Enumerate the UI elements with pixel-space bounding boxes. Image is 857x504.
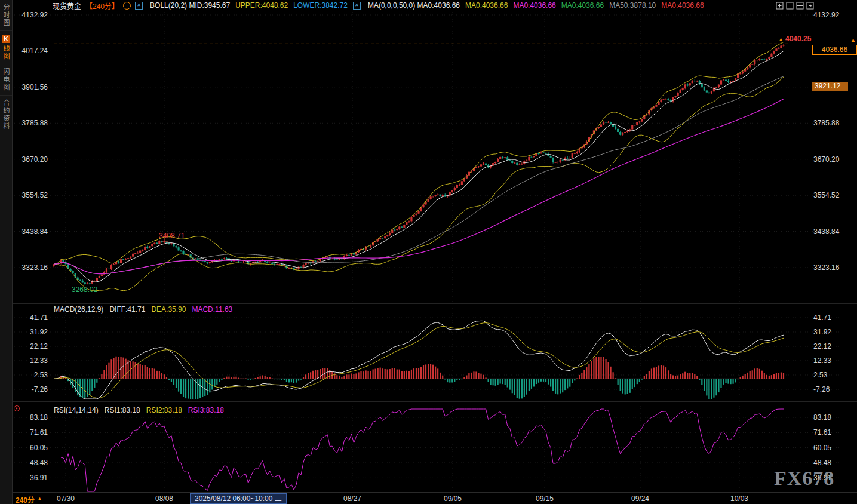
sidebar-item-label: 合约资料 [1,99,11,130]
swing-high-label: 3408.71 [159,232,185,240]
rsi2-value: RSI2:83.18 [146,406,182,414]
chart-canvas[interactable] [0,0,857,504]
layout-toolbar [776,2,814,10]
split-vertical-icon[interactable] [786,2,794,10]
indicator-legend-bar: 现货黄金 【240分】 ✕BOLL(20,2) MID:3945.67UPPER… [53,1,704,10]
legend-item: UPPER:4048.62 [235,1,288,10]
legend-item: MA0:4036.66 [661,1,704,10]
last-price-tag: 4036.66 [812,45,857,55]
rsi-header: RSI(14,14,14) RSI1:83.18 RSI2:83.18 RSI3… [54,406,224,414]
legend-item: MA0:4036.66 [465,1,508,10]
macd-title: MACD(26,12,9) [54,305,103,314]
ma-price-tag: 3921.12 [812,82,848,91]
sidebar-item-lightning-chart[interactable]: 闪电图 [0,64,12,96]
indicator-window-icon[interactable]: ✕ [135,2,143,10]
new-chart-icon[interactable] [776,2,784,10]
macd-hist-value: MACD:11.63 [192,305,232,314]
sidebar-item-label: 分时图 [1,4,11,27]
period-up-arrow-icon: ▲ [37,496,42,502]
rsi-indicator-icon[interactable] [13,404,21,413]
trading-app-window: 分时图 K 线图 闪电图 合约资料 现货黄金 【240分】 ✕BOLL(20,2… [0,0,857,504]
split-horizontal-icon[interactable] [796,2,804,10]
legend-item: LOWER:3842.72 [293,1,348,10]
candle-high-arrow-icon: ▲ [778,36,784,42]
indicator-window-icon[interactable]: ✕ [353,2,361,10]
high-price-label: 4040.25 [785,35,811,43]
sidebar-item-label: 闪电图 [1,68,11,91]
symbol-name: 现货黄金 [53,1,81,11]
sidebar-item-contract-info[interactable]: 合约资料 [0,96,12,134]
legend-item: MA0:4036.66 [561,1,604,10]
left-sidebar: 分时图 K 线图 闪电图 合约资料 [0,0,13,504]
macd-header: MACD(26,12,9) DIFF:41.71 DEA:35.90 MACD:… [54,305,232,314]
sidebar-item-time-chart[interactable]: 分时图 [0,0,12,31]
collapse-indicator-icon[interactable] [123,2,131,10]
price-up-arrow-icon: ▲ [850,37,856,43]
sidebar-item-label: 线图 [1,45,11,60]
period-tag[interactable]: 【240分】 [85,1,119,11]
rsi3-value: RSI3:83.18 [188,406,224,414]
sidebar-item-kline-chart[interactable]: K 线图 [0,31,12,64]
legend-item: MA0:4036.66 [513,1,555,10]
cycle-layout-icon[interactable] [806,2,814,10]
crosshair-date-box: 2025/08/12 06:00~10:00 二 [190,493,287,504]
rsi-title: RSI(14,14,14) [54,406,99,414]
legend-item: MA50:3878.10 [609,1,656,10]
period-selector[interactable]: 240分 [16,494,35,504]
k-badge: K [2,35,10,43]
brand-watermark: FX678 [774,467,834,490]
legend-items: ✕BOLL(20,2) MID:3945.67UPPER:4048.62LOWE… [135,1,704,10]
legend-item: MA(0,0,0,50,0) MA0:4036.66 [368,1,460,10]
swing-low-label: 3268.02 [72,285,97,294]
macd-dea-value: DEA:35.90 [151,305,186,314]
macd-diff-value: DIFF:41.71 [109,305,145,314]
legend-item: BOLL(20,2) MID:3945.67 [150,1,230,10]
rsi1-value: RSI1:83.18 [105,406,140,414]
